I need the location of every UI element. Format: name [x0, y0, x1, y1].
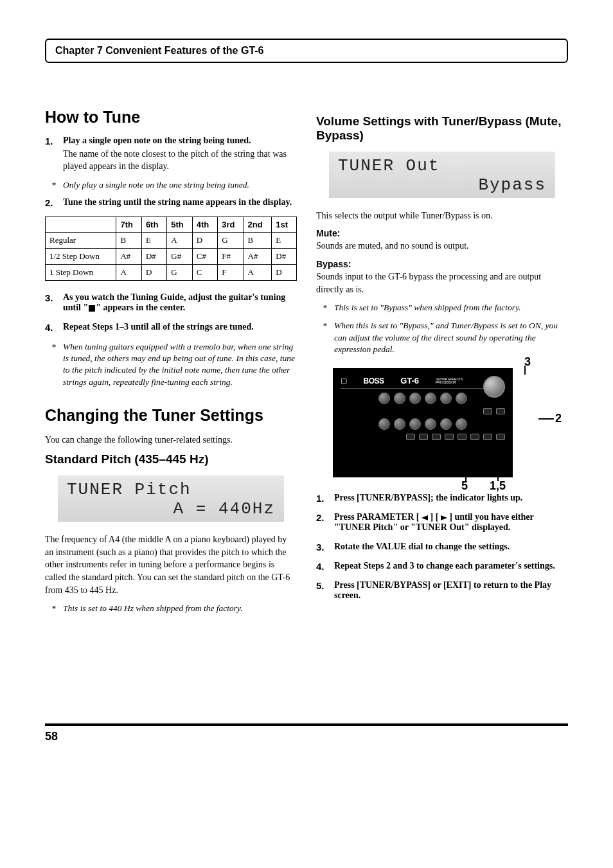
step-number: 5. — [316, 580, 328, 603]
step-number: 4. — [316, 561, 328, 574]
stop-icon — [89, 305, 95, 312]
table-row: 1 Step Down A D G C F A D — [46, 265, 297, 281]
paragraph: Sounds input to the GT-6 bypass the proc… — [316, 270, 568, 296]
note-text: This is set to "Bypass" when shipped fro… — [334, 302, 521, 314]
step-text: Press PARAMETER [ ] [ ] until you have e… — [334, 512, 568, 533]
heading-volume-settings: Volume Settings with Tuner/Bypass (Mute,… — [316, 114, 568, 143]
boss-logo: BOSS — [364, 376, 384, 385]
step-number: 2. — [316, 512, 328, 535]
table-header-row: 7th 6th 5th 4th 3rd 2nd 1st — [46, 217, 297, 233]
value-dial — [483, 376, 505, 398]
step-text: Press [TUNER/BYPASS] or [EXIT] to return… — [334, 580, 568, 601]
note-text: When this is set to "Bypass," and Tuner/… — [334, 320, 568, 355]
subheading-mute: Mute: — [316, 228, 568, 238]
table-row: 1/2 Step Down A# D# G# C# F# A# D# — [46, 249, 297, 265]
step-text: Play a single open note on the string be… — [63, 136, 297, 146]
tuning-table: 7th 6th 5th 4th 3rd 2nd 1st Regular B E … — [45, 217, 297, 281]
left-column: How to Tune 1. Play a single open note o… — [45, 108, 297, 621]
paragraph: You can change the following tuner-relat… — [45, 434, 297, 447]
paragraph: Sounds are muted, and no sound is output… — [316, 240, 568, 252]
r-step-1: 1. Press [TUNER/BYPASS]; the indicator l… — [316, 493, 568, 506]
note: * Only play a single note on the one str… — [51, 179, 297, 191]
callout-15: 1,5 — [490, 479, 506, 493]
heading-changing-tuner-settings: Changing the Tuner Settings — [45, 406, 297, 425]
step-text: Repeat Steps 2 and 3 to change each para… — [334, 561, 568, 571]
step-number: 1. — [316, 493, 328, 506]
device-panel: ▢ BOSS GT-6 GUITAR EFFECTSPROCESSOR — [333, 368, 513, 477]
step-text: Tune the string until the string name ap… — [63, 197, 297, 208]
knob-row — [341, 393, 505, 404]
subheading-bypass: Bypass: — [316, 259, 568, 269]
model-sub: GUITAR EFFECTSPROCESSOR — [436, 378, 463, 384]
device-diagram: 3 ▢ BOSS GT-6 GUITAR EFFECTSPROCESSOR — [333, 368, 551, 477]
heading-how-to-tune: How to Tune — [45, 108, 297, 127]
note: * This is set to "Bypass" when shipped f… — [323, 302, 568, 314]
step-2: 2. Tune the string until the string name… — [45, 197, 297, 210]
note: * This is set to 440 Hz when shipped fro… — [51, 603, 297, 614]
note-text: When tuning guitars equipped with a trem… — [63, 341, 297, 388]
chapter-header: Chapter 7 Convenient Features of the GT-… — [45, 39, 568, 63]
step-number: 3. — [316, 542, 328, 554]
triangle-right-icon — [441, 515, 447, 520]
step-1: 1. Play a single open note on the string… — [45, 136, 297, 173]
step-number: 3. — [45, 292, 57, 315]
paragraph: This selects the output while Tuner/Bypa… — [316, 209, 568, 222]
callout-5: 5 — [461, 479, 468, 493]
step-number: 1. — [45, 136, 57, 173]
table-row: Regular B E A D G B E — [46, 233, 297, 249]
step-4: 4. Repeat Steps 1–3 until all of the str… — [45, 322, 297, 335]
triangle-left-icon — [422, 515, 428, 520]
lcd-display-pitch: TUNER Pitch A = 440Hz — [58, 475, 284, 522]
model-label: GT-6 — [400, 376, 419, 385]
lcd-display-out: TUNER Out Bypass — [329, 152, 555, 198]
r-step-2: 2. Press PARAMETER [ ] [ ] until you hav… — [316, 512, 568, 535]
paragraph: The frequency of A4 (the middle A on a p… — [45, 533, 297, 596]
step-text: As you watch the Tuning Guide, adjust th… — [63, 292, 297, 313]
r-step-5: 5. Press [TUNER/BYPASS] or [EXIT] to ret… — [316, 580, 568, 603]
callout-2: 2 — [555, 412, 562, 425]
step-subtext: The name of the note closest to the pitc… — [63, 148, 297, 173]
step-3: 3. As you watch the Tuning Guide, adjust… — [45, 292, 297, 315]
step-number: 4. — [45, 322, 57, 335]
note: * When this is set to "Bypass," and Tune… — [323, 320, 568, 355]
step-text: Rotate the VALUE dial to change the sett… — [334, 542, 568, 552]
right-column: Volume Settings with Tuner/Bypass (Mute,… — [316, 108, 568, 621]
step-text: Press [TUNER/BYPASS]; the indicator ligh… — [334, 493, 568, 503]
knob-row — [341, 418, 505, 430]
note-text: This is set to 440 Hz when shipped from … — [63, 603, 243, 614]
heading-standard-pitch: Standard Pitch (435–445 Hz) — [45, 452, 297, 466]
r-step-3: 3. Rotate the VALUE dial to change the s… — [316, 542, 568, 554]
r-step-4: 4. Repeat Steps 2 and 3 to change each p… — [316, 561, 568, 574]
step-text: Repeat Steps 1–3 until all of the string… — [63, 322, 297, 332]
step-number: 2. — [45, 197, 57, 210]
note: * When tuning guitars equipped with a tr… — [51, 341, 297, 388]
page-number: 58 — [45, 723, 568, 743]
note-text: Only play a single note on the one strin… — [63, 179, 249, 191]
